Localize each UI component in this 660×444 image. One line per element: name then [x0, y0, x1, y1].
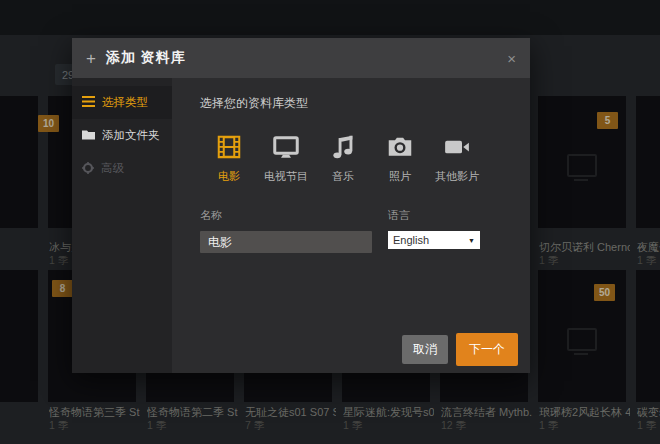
- language-selected-value: English: [393, 234, 429, 246]
- dialog-body: 选择类型 添加文件夹: [72, 78, 530, 373]
- library-type-label: 其他影片: [435, 169, 479, 184]
- camera-icon: [385, 132, 415, 162]
- dialog-title: 添加 资料库: [106, 49, 186, 67]
- sidebar-item-select-type[interactable]: 选择类型: [72, 86, 172, 119]
- library-form-row: 名称 语言 English ▼: [200, 208, 530, 253]
- music-note-icon: [328, 132, 358, 162]
- chevron-down-icon: ▼: [468, 237, 475, 244]
- library-type-photos[interactable]: 照片: [377, 132, 423, 184]
- cancel-button[interactable]: 取消: [402, 335, 448, 364]
- film-icon: [214, 132, 244, 162]
- dialog-header: + 添加 资料库 ×: [72, 38, 530, 78]
- sidebar-item-label: 添加文件夹: [102, 128, 160, 143]
- folder-icon: [82, 129, 95, 142]
- library-type-label: 音乐: [332, 169, 354, 184]
- gear-icon: [82, 162, 94, 176]
- library-type-label: 电视节目: [264, 169, 308, 184]
- sidebar-item-label: 高级: [101, 161, 124, 176]
- video-camera-icon: [442, 132, 472, 162]
- close-icon[interactable]: ×: [507, 51, 516, 66]
- name-field-label: 名称: [200, 208, 388, 223]
- app-screen: 03 冰... 冰与火 1 季: [0, 0, 660, 444]
- dialog-footer: 取消 下一个: [402, 333, 518, 366]
- dialog-content: 选择您的资料库类型: [172, 78, 530, 373]
- sidebar-item-label: 选择类型: [102, 95, 148, 110]
- language-field-group: 语言 English ▼: [388, 208, 480, 253]
- language-select[interactable]: English ▼: [388, 231, 480, 249]
- tv-icon: [271, 132, 301, 162]
- library-type-movies[interactable]: 电影: [206, 132, 252, 184]
- plus-icon: +: [86, 50, 96, 67]
- library-name-input[interactable]: [200, 231, 372, 253]
- library-type-tv-shows[interactable]: 电视节目: [263, 132, 309, 184]
- library-type-label: 电影: [218, 169, 240, 184]
- sidebar-item-add-folders[interactable]: 添加文件夹: [72, 119, 172, 152]
- library-type-row: 电影 电视节目: [206, 132, 530, 184]
- name-field-group: 名称: [200, 208, 388, 253]
- library-type-label: 照片: [389, 169, 411, 184]
- list-icon: [82, 96, 95, 109]
- library-type-other-videos[interactable]: 其他影片: [434, 132, 480, 184]
- library-type-prompt: 选择您的资料库类型: [200, 95, 530, 112]
- next-button[interactable]: 下一个: [456, 333, 518, 366]
- add-library-dialog: + 添加 资料库 × 选择类型: [72, 38, 530, 373]
- library-type-music[interactable]: 音乐: [320, 132, 366, 184]
- dialog-sidebar: 选择类型 添加文件夹: [72, 78, 172, 373]
- sidebar-item-advanced: 高级: [72, 152, 172, 185]
- language-field-label: 语言: [388, 208, 480, 223]
